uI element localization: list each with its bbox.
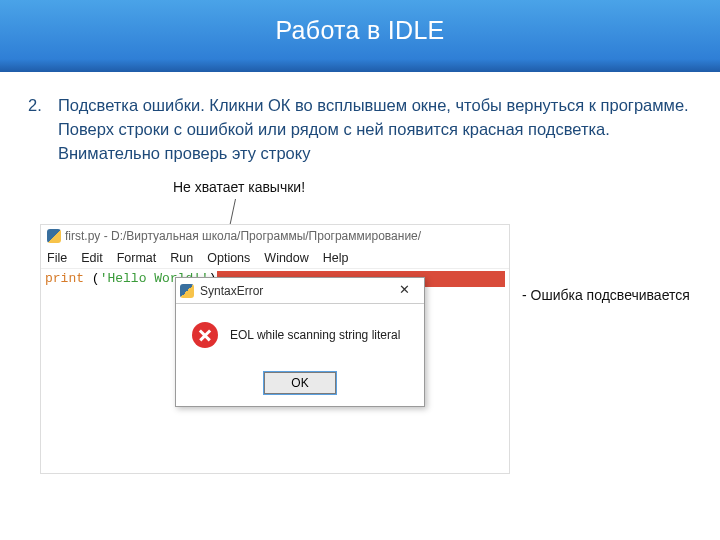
menu-file[interactable]: File: [47, 251, 67, 265]
callout-missing-quote: Не хватает кавычки!: [173, 179, 305, 195]
close-icon[interactable]: ✕: [388, 282, 420, 300]
menu-options[interactable]: Options: [207, 251, 250, 265]
menu-format[interactable]: Format: [117, 251, 157, 265]
menu-run[interactable]: Run: [170, 251, 193, 265]
dialog-body: EOL while scanning string literal: [176, 304, 424, 366]
menu-help[interactable]: Help: [323, 251, 349, 265]
side-note: - Ошибка подсвечивается: [522, 287, 690, 303]
menu-window[interactable]: Window: [264, 251, 308, 265]
dialog-message: EOL while scanning string literal: [230, 328, 400, 342]
python-icon: [180, 284, 194, 298]
paren-open: (: [92, 271, 100, 285]
dialog-button-row: OK: [176, 366, 424, 406]
editor-title-text: first.py - D:/Виртуальная школа/Программ…: [65, 229, 421, 243]
code-keyword: print: [45, 271, 92, 285]
instruction-block: 2. Подсветка ошибки. Кликни ОК во всплыв…: [0, 72, 720, 174]
python-icon: [47, 229, 61, 243]
step-text: Подсветка ошибки. Кликни ОК во всплывшем…: [58, 94, 692, 166]
slide-header: Работа в IDLE: [0, 0, 720, 72]
syntax-error-dialog: SyntaxError ✕ EOL while scanning string …: [175, 277, 425, 407]
error-icon: [192, 322, 218, 348]
editor-titlebar: first.py - D:/Виртуальная школа/Программ…: [41, 225, 509, 247]
dialog-title-text: SyntaxError: [200, 284, 263, 298]
menu-edit[interactable]: Edit: [81, 251, 103, 265]
editor-menubar: File Edit Format Run Options Window Help: [41, 247, 509, 269]
step-number: 2.: [28, 94, 58, 166]
slide-title: Работа в IDLE: [275, 16, 444, 44]
ok-button[interactable]: OK: [264, 372, 336, 394]
dialog-titlebar[interactable]: SyntaxError ✕: [176, 278, 424, 304]
